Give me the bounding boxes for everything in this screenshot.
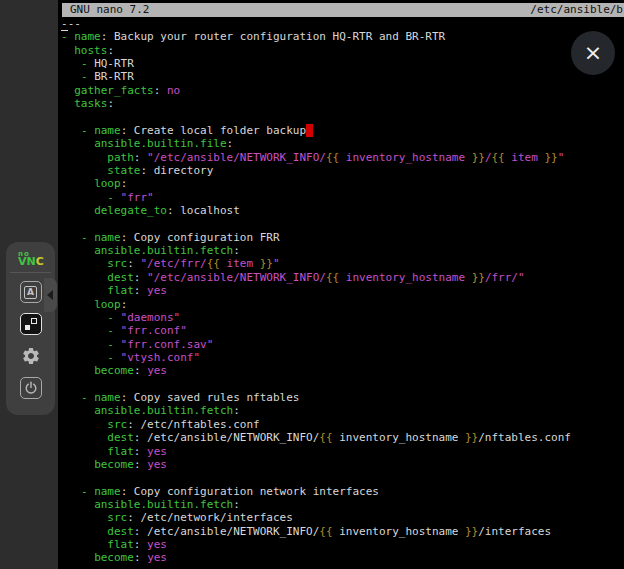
file-path: /etc/ansible/b (530, 3, 623, 17)
editor-line: - BR-RTR (61, 70, 624, 83)
editor-line: path: "/etc/ansible/NETWORK_INFO/{{ inve… (61, 151, 624, 164)
fullscreen-icon (25, 318, 37, 330)
editor-line: delegate_to: localhost (61, 204, 624, 217)
editor-line: loop: (61, 298, 624, 311)
editor-line: become: yes (61, 551, 624, 564)
editor-line: ansible.builtin.fetch: (61, 404, 624, 417)
editor-line: become: yes (61, 458, 624, 471)
settings-button[interactable] (20, 345, 42, 367)
nano-title-bar: GNU nano 7.2 /etc/ansible/b (62, 3, 624, 17)
editor-line: - name: Copy configuration network inter… (61, 485, 624, 498)
power-icon (24, 381, 38, 395)
terminal[interactable]: GNU nano 7.2 /etc/ansible/b ---- name: B… (58, 0, 624, 569)
editor-line: gather_facts: no (61, 84, 624, 97)
nano-version: GNU nano 7.2 (70, 3, 149, 17)
editor-line: - name: Backup your router configuration… (61, 30, 624, 43)
editor-line: - HQ-RTR (61, 57, 624, 70)
editor-line: tasks: (61, 97, 624, 110)
editor-line: src: /etc/nftables.conf (61, 418, 624, 431)
editor-line: dest: "/etc/ansible/NETWORK_INFO/{{ inve… (61, 271, 624, 284)
editor-line: flat: yes (61, 284, 624, 297)
novnc-control-bar: no VNC A (6, 242, 55, 415)
extra-keys-button[interactable]: A (20, 281, 42, 303)
close-button[interactable]: × (571, 31, 615, 75)
editor-line: - "frr" (61, 191, 624, 204)
editor-line: hosts: (61, 44, 624, 57)
editor-line: flat: yes (61, 445, 624, 458)
editor-line: dest: /etc/ansible/NETWORK_INFO/{{ inven… (61, 431, 624, 444)
editor-line: ansible.builtin.fetch: (61, 498, 624, 511)
editor-line: dest: /etc/ansible/NETWORK_INFO/{{ inven… (61, 525, 624, 538)
editor-line: src: "/etc/frr/{{ item }}" (61, 257, 624, 270)
editor-line (61, 111, 624, 124)
editor-content[interactable]: ---- name: Backup your router configurat… (61, 17, 624, 569)
editor-line: - name: Copy configuration FRR (61, 231, 624, 244)
editor-line: - "frr.conf" (61, 324, 624, 337)
editor-line: - "vtysh.conf" (61, 351, 624, 364)
power-button[interactable] (20, 377, 42, 399)
novnc-logo-vn: VN (18, 255, 36, 268)
panel-divider (10, 272, 51, 273)
editor-line: state: directory (61, 164, 624, 177)
editor-line: --- (61, 17, 624, 30)
editor-line: - "daemons" (61, 311, 624, 324)
gear-icon (21, 346, 41, 366)
editor-line: - name: Copy saved rules nftables (61, 391, 624, 404)
editor-line: loop: (61, 177, 624, 190)
editor-line: - "frr.conf.sav" (61, 338, 624, 351)
novnc-logo-c: C (36, 255, 44, 268)
editor-line (61, 471, 624, 484)
editor-line (61, 378, 624, 391)
control-bar-handle[interactable] (44, 278, 57, 312)
editor-line: become: yes (61, 364, 624, 377)
editor-line (61, 217, 624, 230)
collapse-arrow-icon (47, 290, 53, 300)
editor-line: src: /etc/network/interfaces (61, 511, 624, 524)
editor-line: flat: yes (61, 538, 624, 551)
fullscreen-button[interactable] (20, 313, 42, 335)
screen: no VNC A (0, 0, 624, 569)
editor-line: ansible.builtin.file: (61, 137, 624, 150)
editor-line: - name: Create local folder backup (61, 124, 624, 137)
editor-line: ansible.builtin.fetch: (61, 244, 624, 257)
keyboard-key-icon: A (24, 286, 38, 299)
novnc-logo: no VNC (6, 242, 55, 266)
